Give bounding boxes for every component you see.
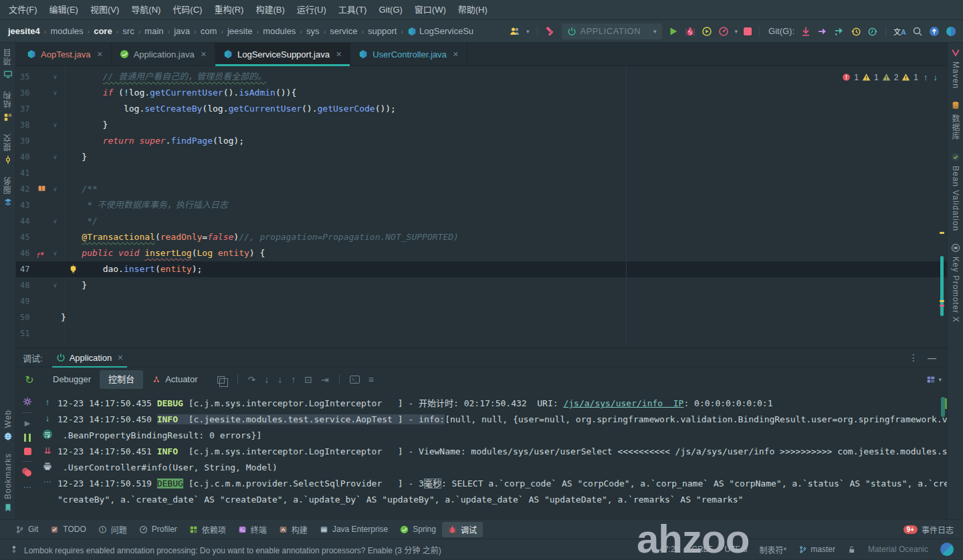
step-into-icon[interactable]: ↓ [264,374,269,385]
sidebar-item-Bookmarks[interactable]: Bookmarks [3,453,13,513]
breadcrumb-item[interactable]: com [199,26,219,36]
fold-marker[interactable]: ∨ [49,117,61,133]
breadcrumb-item[interactable]: modules [261,26,297,36]
stop-button[interactable] [744,27,752,35]
chevron-down-icon[interactable]: ▾ [735,28,738,35]
debug-session-tab[interactable]: Application ✕ [52,348,128,368]
indent-style[interactable]: 制表符* [760,544,787,555]
run-button[interactable] [668,26,679,37]
entry-point-icon[interactable]: f✱ [36,252,43,259]
evaluate-terminal-icon[interactable]: >_ [350,376,360,384]
resume-icon[interactable]: ▶ [25,419,30,428]
stripe-mark[interactable] [940,300,944,302]
debug-tab-Debugger[interactable]: Debugger [44,370,100,389]
more-icon[interactable]: ⋯ [43,477,52,486]
debug-button[interactable] [685,26,696,37]
inspections-widget[interactable]: 1 1 2 1 ↑ ↓ [842,72,938,82]
caret-position[interactable]: 47:28 [659,545,679,554]
gear-icon[interactable] [23,397,32,406]
prev-problem-icon[interactable]: ↑ [924,72,928,82]
tool-button-问题[interactable]: 问题 [92,522,133,537]
git-push-icon[interactable] [817,26,828,37]
stripe-mark[interactable] [940,232,944,234]
menu-item[interactable]: 工具(T) [332,0,373,20]
update-available-icon[interactable] [929,26,940,37]
git-menu-label[interactable]: Git(G): [768,26,794,36]
fold-marker[interactable]: ∨ [49,213,61,229]
sidebar-item-提交[interactable]: 提交 [2,134,13,164]
editor-tab[interactable]: Application.java✕ [112,43,215,65]
menu-item[interactable]: Git(G) [372,0,408,20]
run-config-select[interactable]: APPLICATION ▾ [562,23,662,39]
menu-item[interactable]: 代码(C) [167,0,208,20]
breadcrumb-item[interactable]: main [143,26,165,36]
intention-bulb-icon[interactable] [68,264,78,274]
git-branch-widget[interactable]: master [798,545,835,554]
breadcrumb-item[interactable]: support [366,26,398,36]
theme-toggle-icon[interactable] [940,543,954,556]
fold-marker[interactable]: ∨ [49,85,61,101]
debug-tab-控制台[interactable]: 控制台 [100,370,143,389]
editor-tab[interactable]: LogServiceSupport.java✕ [215,43,350,65]
editor-tab[interactable]: AopTest.java✕ [19,43,112,65]
status-message[interactable]: Lombok requires enabled annotation proce… [24,544,441,555]
javadoc-render-icon[interactable] [37,184,46,193]
close-icon[interactable]: ✕ [96,50,102,59]
sidebar-item-Web[interactable]: Web [3,410,13,441]
menu-item[interactable]: 重构(R) [208,0,249,20]
menu-item[interactable]: 帮助(H) [452,0,494,20]
breadcrumb-item[interactable]: sys [305,26,321,36]
sidebar-item-结构[interactable]: 结构 [2,91,13,122]
fold-marker[interactable]: ∨ [49,245,61,261]
chevron-down-icon[interactable]: ▾ [526,28,530,35]
breadcrumb-item[interactable]: modules [49,26,84,36]
theme-name[interactable]: Material Oceanic [868,545,928,554]
fold-marker[interactable]: ∨ [49,69,61,85]
build-project-icon[interactable] [545,26,556,37]
menu-item[interactable]: 运行(U) [291,0,332,20]
menu-item[interactable]: 文件(F) [3,0,43,20]
view-breakpoints-icon[interactable] [22,468,33,476]
breadcrumb-item[interactable]: java [173,26,191,36]
tool-button-终端[interactable]: 终端 [232,522,273,537]
sidebar-item-Bean Validation[interactable]: Bean Validation [951,152,960,231]
run-to-cursor-icon[interactable]: ⇥ [321,374,329,385]
more-options-icon[interactable]: ⋮ [903,352,924,363]
down-stack-icon[interactable]: ↓ [45,413,50,423]
close-icon[interactable]: ✕ [201,50,207,59]
console-settings-icon[interactable]: ≡ [368,374,374,385]
force-step-into-icon[interactable]: ↓ [278,374,282,385]
fold-marker[interactable]: ∨ [49,181,61,197]
stripe-mark[interactable] [940,256,944,316]
menu-item[interactable]: 视图(V) [84,0,125,20]
drop-frame-icon[interactable]: ⊡ [304,374,312,385]
menu-item[interactable]: 构建(B) [249,0,290,20]
line-separator[interactable]: CRLF [691,545,712,554]
translate-icon[interactable]: 文A [893,26,906,37]
run-with-coverage-icon[interactable] [702,26,712,37]
tool-button-Spring[interactable]: Spring [394,522,442,537]
editor-tab[interactable]: UserController.java✕ [350,43,467,65]
layout-settings-icon[interactable] [926,375,936,384]
sidebar-item-Maven[interactable]: Maven [951,48,960,89]
fold-marker[interactable]: ∨ [49,149,61,165]
tool-button-Profiler[interactable]: Profiler [133,522,183,537]
tool-button-TODO[interactable]: TODO [44,522,92,537]
sidebar-item-服务[interactable]: 服务 [2,176,13,207]
step-out-icon[interactable]: ↑ [291,374,296,385]
code-owners-icon[interactable] [510,26,520,37]
console-link[interactable]: /js/a/sys/user/info IP [563,398,683,408]
restore-layout-icon[interactable] [217,376,225,384]
tool-button-调试[interactable]: 调试 [442,522,483,537]
menu-item[interactable]: 导航(N) [125,0,167,20]
git-commit-icon[interactable] [834,26,845,37]
pause-icon[interactable] [24,434,31,442]
tool-button-Java Enterprise[interactable]: EEJava Enterprise [314,522,394,537]
close-icon[interactable]: ✕ [453,50,459,59]
scroll-to-end-icon[interactable]: ⇊ [44,446,51,456]
code-editor[interactable]: 35∨ // 普通用户看自己的，管理员看全部的。36∨ if (!log.get… [16,66,947,347]
git-update-icon[interactable] [800,26,811,37]
tool-button-依赖项[interactable]: 依赖项 [183,522,232,537]
fold-marker[interactable]: ∨ [49,277,61,293]
soft-wrap-icon[interactable] [42,429,53,440]
